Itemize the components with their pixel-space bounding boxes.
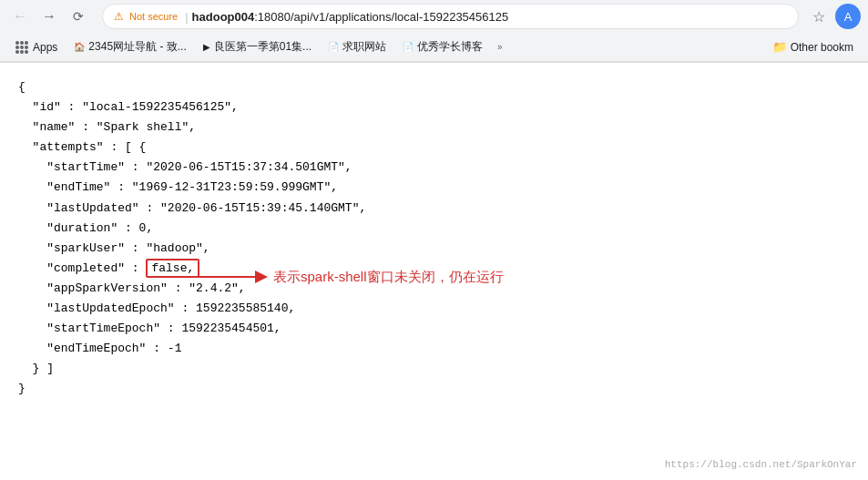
title-bar: ← → ⟳ ⚠ Not secure | hadoop004:18080/api… bbox=[0, 0, 868, 33]
reload-button[interactable]: ⟳ bbox=[66, 4, 91, 29]
arrow-head bbox=[255, 271, 268, 283]
url-separator: | bbox=[185, 10, 188, 24]
watermark: https://blog.csdn.net/SparkOnYar bbox=[665, 456, 857, 474]
bookmarks-bar: Apps 🏠 2345网址导航 - 致... ▶ 良医第一季第01集... 📄 … bbox=[0, 33, 868, 62]
bookmark-star-button[interactable]: ☆ bbox=[806, 4, 832, 29]
json-line-12: "startTimeEpoch" : 1592235454501, bbox=[18, 319, 850, 339]
json-line-1: "id" : "local-1592235456125", bbox=[18, 97, 850, 117]
bookmark-liangyi[interactable]: ▶ 良医第一季第01集... bbox=[196, 36, 319, 58]
more-bookmarks-button[interactable]: » bbox=[492, 38, 508, 56]
json-line-14: } ] bbox=[18, 359, 850, 379]
favicon-job: 📄 bbox=[328, 42, 339, 52]
favicon-2345: 🏠 bbox=[74, 42, 85, 52]
json-line-6: "lastUpdated" : "2020-06-15T15:39:45.140… bbox=[18, 199, 850, 219]
forward-button[interactable]: → bbox=[36, 4, 62, 29]
page-content: { "id" : "local-1592235456125", "name" :… bbox=[0, 63, 868, 480]
bookmark-2345-label: 2345网址导航 - 致... bbox=[88, 39, 186, 55]
lock-icon: ⚠ bbox=[114, 10, 124, 23]
json-line-15: } bbox=[18, 379, 850, 399]
json-line-0: { bbox=[18, 77, 850, 97]
annotation-arrow bbox=[182, 271, 268, 283]
json-line-11: "lastUpdatedEpoch" : 1592235585140, bbox=[18, 299, 850, 319]
url-path: :18080/api/v1/applications/local-1592235… bbox=[254, 10, 508, 24]
browser-chrome: ← → ⟳ ⚠ Not secure | hadoop004:18080/api… bbox=[0, 0, 868, 63]
bookmark-liangyi-label: 良医第一季第01集... bbox=[214, 39, 311, 55]
arrow-line bbox=[182, 276, 255, 278]
apps-bookmark[interactable]: Apps bbox=[7, 36, 65, 58]
annotation-container: 表示spark-shell窗口未关闭，仍在运行 bbox=[182, 265, 504, 289]
bookmark-job-label: 求职网站 bbox=[342, 39, 386, 55]
other-bookmarks[interactable]: 📁 Other bookm bbox=[765, 36, 861, 57]
json-line-13: "endTimeEpoch" : -1 bbox=[18, 339, 850, 359]
not-secure-label: Not secure bbox=[129, 11, 178, 22]
favicon-liangyi: ▶ bbox=[203, 42, 210, 52]
nav-buttons: ← → ⟳ bbox=[7, 4, 91, 29]
bookmark-xuechang[interactable]: 📄 优秀学长博客 bbox=[395, 36, 490, 58]
json-line-7: "duration" : 0, bbox=[18, 219, 850, 239]
profile-button[interactable]: A bbox=[835, 4, 861, 29]
bookmark-xuechang-label: 优秀学长博客 bbox=[417, 39, 483, 55]
json-line-8: "sparkUser" : "hadoop", bbox=[18, 239, 850, 259]
url-host: hadoop004 bbox=[192, 10, 255, 24]
bookmark-job[interactable]: 📄 求职网站 bbox=[321, 36, 393, 58]
favicon-xuechang: 📄 bbox=[403, 42, 414, 52]
json-line-5: "endTime" : "1969-12-31T23:59:59.999GMT"… bbox=[18, 178, 850, 198]
apps-label: Apps bbox=[33, 41, 57, 54]
back-button[interactable]: ← bbox=[7, 4, 33, 29]
json-line-4: "startTime" : "2020-06-15T15:37:34.501GM… bbox=[18, 158, 850, 178]
other-bookmarks-label: Other bookm bbox=[791, 41, 853, 54]
annotation-text: 表示spark-shell窗口未关闭，仍在运行 bbox=[273, 265, 504, 289]
address-bar[interactable]: ⚠ Not secure | hadoop004:18080/api/v1/ap… bbox=[102, 4, 799, 29]
folder-icon: 📁 bbox=[772, 40, 787, 54]
bookmark-2345[interactable]: 🏠 2345网址导航 - 致... bbox=[66, 36, 193, 58]
apps-icon bbox=[15, 40, 29, 55]
url-text: hadoop004:18080/api/v1/applications/loca… bbox=[192, 10, 787, 24]
json-line-3: "attempts" : [ { bbox=[18, 138, 850, 158]
json-line-2: "name" : "Spark shell", bbox=[18, 117, 850, 138]
